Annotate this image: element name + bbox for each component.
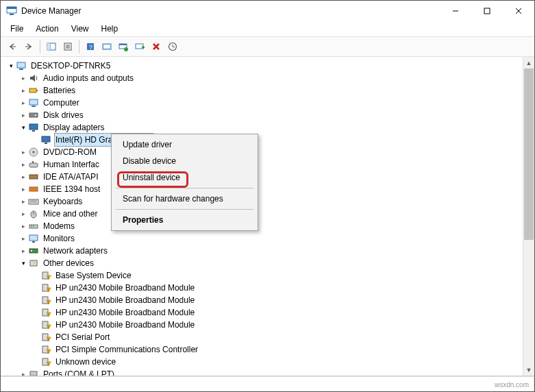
menu-action[interactable]: Action xyxy=(30,23,64,35)
add-legacy-button[interactable] xyxy=(132,39,147,54)
ctx-update-driver[interactable]: Update driver xyxy=(113,136,256,153)
scroll-down-arrow-icon[interactable]: ▼ xyxy=(523,364,534,376)
menu-view[interactable]: View xyxy=(66,23,95,35)
tree-item-hid[interactable]: ▸Human Interfac xyxy=(3,158,523,171)
scan-hardware-button[interactable] xyxy=(99,39,114,54)
chevron-right-icon[interactable]: ▸ xyxy=(18,208,28,220)
chevron-right-icon[interactable]: ▸ xyxy=(18,109,28,121)
disable-button[interactable] xyxy=(165,39,180,54)
tree-root[interactable]: ▾ DESKTOP-DFTNRK5 xyxy=(3,60,523,72)
svg-rect-40 xyxy=(29,187,38,191)
tree-item-hp2[interactable]: !HP un2430 Mobile Broadband Module xyxy=(3,294,523,306)
vertical-scrollbar[interactable]: ▲ ▼ xyxy=(523,57,534,376)
chevron-down-icon[interactable]: ▾ xyxy=(18,257,28,269)
svg-rect-39 xyxy=(29,175,38,179)
close-button[interactable] xyxy=(503,1,534,21)
help-button[interactable]: ? xyxy=(83,39,98,54)
tree-item-audio[interactable]: ▸Audio inputs and outputs xyxy=(3,72,523,84)
tree-label: PCI Simple Communications Controller xyxy=(54,343,199,356)
tree-item-ports[interactable]: ▸Ports (COM & LPT) xyxy=(3,368,523,376)
chevron-down-icon[interactable]: ▾ xyxy=(18,121,28,134)
svg-rect-1 xyxy=(7,7,16,9)
chevron-right-icon[interactable]: ▸ xyxy=(18,84,28,97)
menu-help[interactable]: Help xyxy=(96,23,124,35)
tree-item-other[interactable]: ▾?Other devices xyxy=(3,257,523,269)
ctx-uninstall-device[interactable]: Uninstall device xyxy=(113,169,256,186)
maximize-button[interactable] xyxy=(471,1,503,21)
chevron-right-icon[interactable]: ▸ xyxy=(18,195,28,208)
ctx-disable-device[interactable]: Disable device xyxy=(113,153,256,169)
chevron-right-icon[interactable]: ▸ xyxy=(18,158,28,171)
tree-item-ide[interactable]: ▸IDE ATA/ATAPI xyxy=(3,171,523,183)
tree-label: Human Interfac xyxy=(42,158,101,171)
chevron-right-icon[interactable]: ▸ xyxy=(18,97,28,109)
chevron-right-icon[interactable]: ▸ xyxy=(18,146,28,158)
watermark: wsxdn.com xyxy=(495,381,529,389)
tree-item-unknown[interactable]: !Unknown device xyxy=(3,356,523,368)
scroll-up-arrow-icon[interactable]: ▲ xyxy=(523,57,534,69)
scroll-thumb[interactable] xyxy=(524,69,534,240)
ctx-properties[interactable]: Properties xyxy=(113,212,256,228)
show-hide-console-button[interactable] xyxy=(44,39,59,54)
modem-icon xyxy=(28,221,39,232)
chevron-right-icon[interactable]: ▸ xyxy=(18,171,28,183)
svg-rect-19 xyxy=(119,44,127,45)
forward-button[interactable] xyxy=(21,39,36,54)
chevron-right-icon[interactable]: ▸ xyxy=(18,232,28,245)
tree-item-intel-graphics[interactable]: Intel(R) HD Graphics 3000 xyxy=(3,134,523,146)
svg-rect-52 xyxy=(31,250,32,252)
tree-item-display[interactable]: ▾Display adapters xyxy=(3,121,523,134)
tree-item-mice[interactable]: ▸Mice and other xyxy=(3,208,523,220)
app-icon xyxy=(6,5,17,16)
tree-item-modems[interactable]: ▸Modems xyxy=(3,220,523,232)
keyboard-icon xyxy=(28,196,39,207)
svg-point-47 xyxy=(31,225,32,227)
svg-rect-27 xyxy=(29,99,38,105)
tree-item-network[interactable]: ▸Network adapters xyxy=(3,245,523,257)
chevron-right-icon[interactable]: ▸ xyxy=(18,368,28,376)
ctx-scan-hardware[interactable]: Scan for hardware changes xyxy=(113,191,256,207)
other-devices-icon: ? xyxy=(28,258,39,269)
tree-item-pci-serial[interactable]: !PCI Serial Port xyxy=(3,331,523,343)
chevron-down-icon[interactable]: ▾ xyxy=(6,60,16,72)
device-tree[interactable]: ▾ DESKTOP-DFTNRK5 ▸Audio inputs and outp… xyxy=(1,57,523,376)
chevron-right-icon[interactable]: ▸ xyxy=(18,183,28,195)
svg-point-36 xyxy=(32,151,35,154)
uninstall-button[interactable] xyxy=(149,39,164,54)
optical-drive-icon xyxy=(28,147,39,158)
warning-device-icon: ! xyxy=(40,356,51,367)
tree-item-dvd[interactable]: ▸DVD/CD-ROM xyxy=(3,146,523,158)
svg-rect-25 xyxy=(29,88,36,93)
tree-item-pci-simple[interactable]: !PCI Simple Communications Controller xyxy=(3,343,523,356)
update-driver-button[interactable] xyxy=(116,39,131,54)
ide-icon xyxy=(28,171,39,182)
svg-rect-31 xyxy=(29,124,38,130)
tree-item-base-system[interactable]: !Base System Device xyxy=(3,269,523,282)
tree-label: DVD/CD-ROM xyxy=(42,146,98,158)
hid-icon xyxy=(28,159,39,170)
minimize-button[interactable] xyxy=(440,1,471,21)
tree-item-hp1[interactable]: !HP un2430 Mobile Broadband Module xyxy=(3,282,523,294)
tree-item-computer[interactable]: ▸Computer xyxy=(3,97,523,109)
tree-label: HP un2430 Mobile Broadband Module xyxy=(54,282,196,294)
toolbar: ? xyxy=(1,36,534,57)
tree-item-hp4[interactable]: !HP un2430 Mobile Broadband Module xyxy=(3,319,523,331)
back-button[interactable] xyxy=(5,39,20,54)
properties-button[interactable] xyxy=(60,39,75,54)
tree-item-monitors[interactable]: ▸Monitors xyxy=(3,232,523,245)
svg-rect-71 xyxy=(30,371,37,376)
tree-item-hp3[interactable]: !HP un2430 Mobile Broadband Module xyxy=(3,306,523,319)
tree-item-disk[interactable]: ▸Disk drives xyxy=(3,109,523,121)
tree-item-ieee[interactable]: ▸IEEE 1394 host xyxy=(3,183,523,195)
svg-point-20 xyxy=(124,47,128,51)
tree-item-batteries[interactable]: ▸Batteries xyxy=(3,84,523,97)
warning-device-icon: ! xyxy=(40,295,51,306)
svg-rect-17 xyxy=(104,45,110,48)
chevron-right-icon[interactable]: ▸ xyxy=(18,220,28,232)
chevron-right-icon[interactable]: ▸ xyxy=(18,245,28,257)
chevron-right-icon[interactable]: ▸ xyxy=(18,72,28,84)
menu-file[interactable]: File xyxy=(5,23,29,35)
warning-device-icon: ! xyxy=(40,282,51,293)
display-icon xyxy=(40,134,51,145)
tree-item-keyboards[interactable]: ▸Keyboards xyxy=(3,195,523,208)
